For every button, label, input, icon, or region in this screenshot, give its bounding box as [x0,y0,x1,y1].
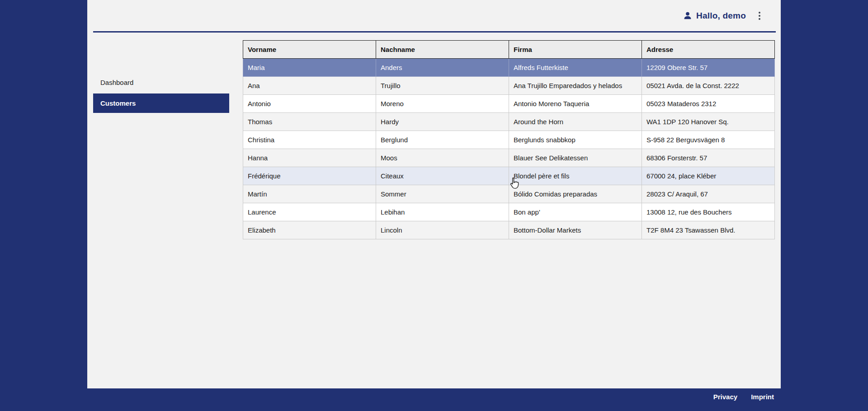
table-cell: 05023 Mataderos 2312 [642,95,775,113]
table-cell: Frédérique [243,167,376,185]
content-panel: Hallo, demo DashboardCustomers VornameNa… [87,0,781,388]
table-cell: 28023 C/ Araquil, 67 [642,185,775,203]
table-cell: Lincoln [376,221,509,239]
customers-table-wrap: VornameNachnameFirmaAdresse MariaAndersA… [243,40,775,239]
footer-link-imprint[interactable]: Imprint [751,393,774,401]
user-icon [683,11,693,21]
table-header-row: VornameNachnameFirmaAdresse [243,41,775,59]
table-cell: Sommer [376,185,509,203]
table-cell: Hanna [243,149,376,167]
table-cell: S-958 22 Berguvsvägen 8 [642,131,775,149]
table-cell: 12209 Obere Str. 57 [642,59,775,77]
sidebar-item-dashboard[interactable]: Dashboard [93,73,229,92]
footer-link-privacy[interactable]: Privacy [713,393,737,401]
table-cell: Ana Trujillo Emparedados y helados [509,77,642,95]
sidebar-nav: DashboardCustomers [93,73,229,114]
table-row[interactable]: MariaAndersAlfreds Futterkiste12209 Ober… [243,59,775,77]
table-cell: 67000 24, place Kléber [642,167,775,185]
table-cell: 68306 Forsterstr. 57 [642,149,775,167]
table-row[interactable]: ThomasHardyAround the HornWA1 1DP 120 Ha… [243,113,775,131]
table-row[interactable]: ChristinaBerglundBerglunds snabbkopS-958… [243,131,775,149]
table-cell: WA1 1DP 120 Hanover Sq. [642,113,775,131]
table-cell: 13008 12, rue des Bouchers [642,203,775,221]
table-cell: Christina [243,131,376,149]
table-row[interactable]: LaurenceLebihanBon app'13008 12, rue des… [243,203,775,221]
column-header-nachname[interactable]: Nachname [376,41,509,59]
table-cell: Laurence [243,203,376,221]
table-cell: Blondel père et fils [509,167,642,185]
table-cell: Alfreds Futterkiste [509,59,642,77]
table-cell: Citeaux [376,167,509,185]
table-cell: Blauer See Delikatessen [509,149,642,167]
topbar: Hallo, demo [683,10,763,22]
sidebar-item-customers[interactable]: Customers [93,93,229,113]
table-cell: Thomas [243,113,376,131]
table-row[interactable]: FrédériqueCiteauxBlondel père et fils670… [243,167,775,185]
column-header-vorname[interactable]: Vorname [243,41,376,59]
footer-links: PrivacyImprint [713,393,774,401]
table-cell: Bottom-Dollar Markets [509,221,642,239]
table-cell: Elizabeth [243,221,376,239]
customers-table: VornameNachnameFirmaAdresse MariaAndersA… [243,40,775,239]
table-cell: Berglunds snabbkop [509,131,642,149]
table-row[interactable]: ElizabethLincolnBottom-Dollar MarketsT2F… [243,221,775,239]
table-row[interactable]: HannaMoosBlauer See Delikatessen68306 Fo… [243,149,775,167]
column-header-adresse[interactable]: Adresse [642,41,775,59]
table-row[interactable]: AnaTrujilloAna Trujillo Emparedados y he… [243,77,775,95]
table-cell: Anders [376,59,509,77]
table-cell: Bon app' [509,203,642,221]
table-cell: Moreno [376,95,509,113]
table-cell: T2F 8M4 23 Tsawassen Blvd. [642,221,775,239]
table-cell: Hardy [376,113,509,131]
table-cell: Antonio [243,95,376,113]
table-cell: Martín [243,185,376,203]
table-row[interactable]: MartínSommerBólido Comidas preparadas280… [243,185,775,203]
column-header-firma[interactable]: Firma [509,41,642,59]
table-cell: Around the Horn [509,113,642,131]
table-cell: Trujillo [376,77,509,95]
table-cell: Berglund [376,131,509,149]
kebab-menu-icon[interactable] [756,10,763,22]
table-cell: 05021 Avda. de la Const. 2222 [642,77,775,95]
user-greeting: Hallo, demo [696,11,746,21]
table-cell: Bólido Comidas preparadas [509,185,642,203]
table-row[interactable]: AntonioMorenoAntonio Moreno Taqueria0502… [243,95,775,113]
main-area: DashboardCustomers VornameNachnameFirmaA… [87,33,781,388]
table-cell: Maria [243,59,376,77]
table-cell: Lebihan [376,203,509,221]
table-cell: Ana [243,77,376,95]
table-cell: Moos [376,149,509,167]
table-cell: Antonio Moreno Taqueria [509,95,642,113]
